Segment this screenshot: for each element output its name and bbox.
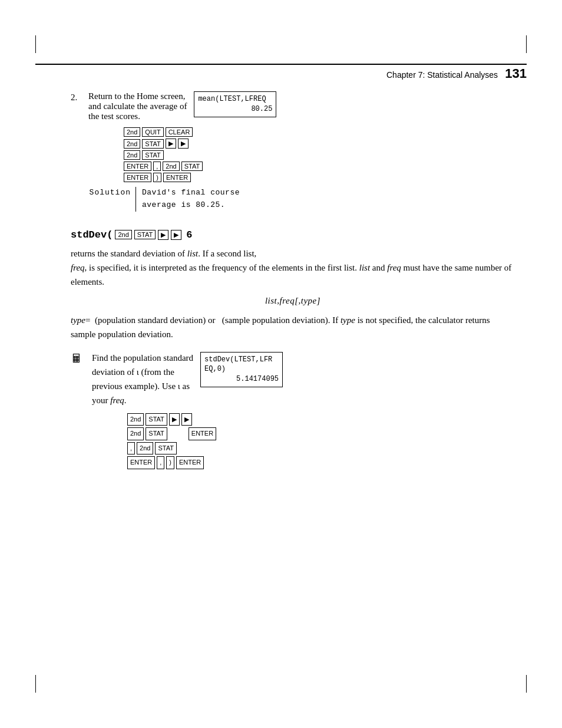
key-clear: CLEAR	[166, 127, 193, 137]
ex-key-comma-1: ,	[127, 442, 135, 455]
key-enter-2: ENTER	[124, 173, 151, 182]
key-row-1: 2nd QUIT CLEAR	[124, 127, 515, 137]
ex-key-row-3: , 2nd STAT	[127, 442, 515, 455]
stddev-6: 6	[186, 229, 192, 241]
ex-key-row-4: ENTER , ) ENTER	[127, 456, 515, 469]
ex-key-paren-1: )	[166, 456, 174, 469]
calculator-icon: 🖩	[71, 351, 85, 365]
solution-line1: David's final course	[142, 187, 240, 199]
chapter-title: Chapter 7: Statistical Analyses	[386, 70, 498, 80]
key-right-2: ▶	[178, 139, 189, 149]
key-enter-3: ENTER	[163, 173, 191, 182]
screen-mean: mean(LTEST,LFREQ 80.25	[194, 91, 276, 117]
key-paren-1: )	[153, 173, 161, 182]
stddev-text-3b: and	[370, 263, 387, 272]
example-description: Find the population standard deviation o…	[92, 351, 193, 407]
example-text-body: Find the population standard deviation o…	[92, 351, 515, 473]
key-2nd-2: 2nd	[124, 139, 140, 149]
stddev-text-2: , is specified, it is interpreted as the…	[85, 263, 359, 272]
key-stat-1: STAT	[142, 139, 163, 149]
header-rule	[35, 64, 527, 65]
stddev-freq2: freq	[387, 263, 401, 272]
stddev-heading: stdDev( 2nd STAT ▶ ▶ 6	[71, 229, 515, 241]
key-row-5: ENTER ) ENTER	[124, 173, 515, 182]
page: Chapter 7: Statistical Analyses 131 2. R…	[0, 0, 562, 728]
stddev-text-1b: . If a second list,	[198, 249, 256, 258]
page-number: 131	[505, 66, 527, 81]
section-number: 2.	[71, 91, 88, 103]
section-2: 2. Return to the Home screen, and calcul…	[71, 91, 515, 221]
ex-key-2nd-2: 2nd	[127, 427, 144, 440]
example-block: 🖩 Find the population standard deviation…	[71, 351, 515, 473]
ex-key-enter-1: ENTER	[189, 427, 216, 440]
key-stat-3: STAT	[181, 162, 203, 171]
key-comma-1: ,	[153, 162, 161, 171]
key-sequence-example: 2nd STAT ▶ ▶ 2nd STAT ENTER , 2nd S	[127, 413, 515, 469]
example-freq-line: your freq.	[92, 393, 193, 407]
key-row-3: 2nd STAT	[124, 150, 515, 160]
header-area: Chapter 7: Statistical Analyses 131	[0, 66, 527, 81]
ex-key-enter-2: ENTER	[127, 456, 155, 469]
key-2nd-h1: 2nd	[115, 230, 131, 239]
margin-line-right-bottom	[526, 675, 527, 693]
solution-content: David's final course average is 80.25.	[135, 187, 240, 212]
key-sequence-section2: 2nd QUIT CLEAR 2nd STAT ▶ ▶ 2nd STAT	[124, 127, 515, 182]
key-row-4: ENTER , 2nd STAT	[124, 162, 515, 171]
key-stat-h1: STAT	[134, 230, 156, 239]
solution-row: Solution David's final course average is…	[88, 187, 515, 212]
ex-key-row-2: 2nd STAT ENTER	[127, 427, 515, 440]
syntax-text: list,freq[,type]	[265, 296, 320, 305]
stddev-freq1: freq	[71, 263, 85, 272]
ex-key-comma-2: ,	[157, 456, 164, 469]
ex-key-2nd-1: 2nd	[127, 413, 144, 426]
ex-key-right-2: ▶	[181, 413, 192, 426]
ex-key-right-1: ▶	[169, 413, 180, 426]
key-row-2: 2nd STAT ▶ ▶	[124, 139, 515, 149]
key-enter-1: ENTER	[124, 162, 151, 171]
stddev-list1: list	[187, 249, 198, 258]
key-2nd-3: 2nd	[124, 150, 140, 160]
ex-key-stat-1: STAT	[146, 413, 167, 426]
stddev-list2: list	[359, 263, 370, 272]
margin-line-right-top	[526, 35, 527, 53]
type-text-prefix: type= (population standard deviation) or…	[71, 315, 340, 325]
stddev-code: stdDev(	[71, 229, 113, 241]
key-2nd-4: 2nd	[163, 162, 179, 171]
syntax-line: list,freq[,type]	[71, 296, 515, 306]
key-right-1: ▶	[166, 139, 176, 149]
content-area: 2. Return to the Home screen, and calcul…	[71, 91, 515, 480]
screen-stddev: stdDev(LTEST,LFR EQ,0) 5.14174095	[200, 352, 283, 387]
stddev-body: returns the standard deviation of list. …	[71, 246, 515, 289]
key-quit: QUIT	[142, 127, 163, 137]
ex-key-stat-3: STAT	[155, 442, 176, 455]
ex-key-stat-2: STAT	[146, 427, 167, 440]
solution-line2: average is 80.25.	[142, 199, 240, 212]
margin-line-left-top	[35, 35, 36, 53]
stddev-text-returns: returns the standard deviation of	[71, 249, 187, 258]
section-2-with-screen: Return to the Home screen, and calculate…	[88, 91, 515, 121]
example-with-screen: Find the population standard deviation o…	[92, 351, 515, 407]
type-line: type= (population standard deviation) or…	[71, 313, 515, 341]
key-right-h1: ▶	[158, 230, 168, 240]
key-stat-2: STAT	[142, 150, 163, 160]
ex-key-row-1: 2nd STAT ▶ ▶	[127, 413, 515, 426]
key-2nd-1: 2nd	[124, 127, 140, 137]
section-2-text: Return to the Home screen, and calculate…	[88, 91, 187, 121]
margin-line-left-bottom	[35, 675, 36, 693]
ex-key-enter-3: ENTER	[176, 456, 204, 469]
key-right-h2: ▶	[171, 230, 181, 240]
solution-label: Solution	[88, 187, 135, 197]
ex-key-2nd-3: 2nd	[137, 442, 153, 455]
type-type: type	[340, 315, 355, 325]
section-2-body: Return to the Home screen, and calculate…	[88, 91, 515, 221]
